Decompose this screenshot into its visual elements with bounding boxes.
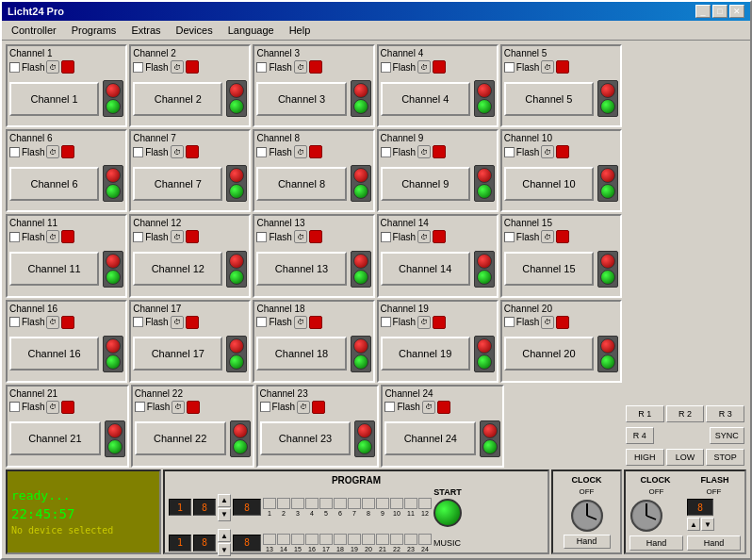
grid-btn-top-10[interactable] — [390, 498, 403, 509]
flash-check-4[interactable] — [381, 62, 391, 73]
maximize-button[interactable]: □ — [712, 5, 727, 18]
grid-btn-bottom-24[interactable] — [418, 534, 432, 545]
clock-icon-18[interactable]: ⏱ — [294, 316, 307, 329]
channel-button-7[interactable]: Channel 7 — [133, 167, 222, 201]
flash-checkbox-18[interactable]: Flash ⏱ — [256, 316, 370, 329]
flash-check-10[interactable] — [504, 147, 515, 157]
grid-btn-top-1[interactable] — [263, 498, 276, 509]
flash-check-21[interactable] — [9, 402, 20, 412]
grid-btn-top-11[interactable] — [404, 498, 417, 509]
grid-btn-top-4[interactable] — [305, 498, 319, 509]
prog-up-btn2[interactable]: ▲ — [218, 529, 231, 542]
hand-button-start[interactable]: Hand — [564, 535, 611, 549]
close-button[interactable]: ✕ — [729, 5, 744, 18]
grid-btn-top-8[interactable] — [362, 498, 375, 509]
channel-button-9[interactable]: Channel 9 — [381, 167, 470, 201]
flash-checkbox-10[interactable]: Flash ⏱ — [504, 145, 618, 158]
clock-icon-19[interactable]: ⏱ — [417, 316, 431, 329]
menu-extras[interactable]: Extras — [125, 23, 166, 38]
sync-button[interactable]: SYNC — [710, 427, 745, 444]
flash-check-18[interactable] — [256, 317, 267, 327]
flash-checkbox-3[interactable]: Flash ⏱ — [256, 60, 370, 74]
clock-icon-20[interactable]: ⏱ — [541, 316, 554, 329]
flash-check-3[interactable] — [256, 62, 267, 73]
stop-button[interactable]: STOP — [706, 449, 744, 466]
grid-btn-bottom-21[interactable] — [376, 534, 389, 545]
flash-checkbox-2[interactable]: Flash ⏱ — [133, 60, 247, 74]
channel-button-4[interactable]: Channel 4 — [381, 82, 470, 116]
grid-btn-bottom-19[interactable] — [348, 534, 361, 545]
clock-icon-11[interactable]: ⏱ — [46, 230, 59, 243]
channel-button-3[interactable]: Channel 3 — [256, 82, 346, 116]
grid-btn-top-6[interactable] — [334, 498, 347, 509]
flash-check-14[interactable] — [381, 232, 391, 242]
menu-help[interactable]: Help — [284, 23, 317, 38]
r2-button[interactable]: R 2 — [666, 405, 705, 422]
clock-icon-1[interactable]: ⏱ — [46, 60, 59, 74]
flash-check-6[interactable] — [9, 147, 20, 157]
clock-icon-6[interactable]: ⏱ — [46, 145, 59, 158]
menu-devices[interactable]: Devices — [171, 23, 219, 38]
flash-check-11[interactable] — [9, 232, 20, 242]
flash-checkbox-16[interactable]: Flash ⏱ — [9, 316, 123, 329]
flash-check-17[interactable] — [133, 317, 143, 327]
flash-check-13[interactable] — [256, 232, 267, 242]
flash-checkbox-22[interactable]: Flash ⏱ — [135, 401, 251, 414]
channel-button-12[interactable]: Channel 12 — [133, 252, 222, 286]
grid-btn-bottom-14[interactable] — [277, 534, 290, 545]
flash-check-24[interactable] — [384, 402, 395, 412]
flash-check-12[interactable] — [133, 232, 143, 242]
channel-button-16[interactable]: Channel 16 — [9, 337, 99, 371]
grid-btn-bottom-23[interactable] — [404, 534, 417, 545]
grid-btn-top-9[interactable] — [376, 498, 389, 509]
grid-btn-top-3[interactable] — [291, 498, 304, 509]
channel-button-5[interactable]: Channel 5 — [504, 82, 594, 116]
grid-btn-bottom-18[interactable] — [334, 534, 347, 545]
clock-icon-8[interactable]: ⏱ — [294, 145, 307, 158]
flash-check-5[interactable] — [504, 62, 515, 73]
channel-button-22[interactable]: Channel 22 — [135, 421, 226, 455]
channel-button-23[interactable]: Channel 23 — [260, 421, 351, 455]
flash-checkbox-1[interactable]: Flash ⏱ — [9, 60, 123, 74]
flash-checkbox-15[interactable]: Flash ⏱ — [504, 230, 618, 243]
grid-btn-bottom-15[interactable] — [291, 534, 304, 545]
flash-checkbox-11[interactable]: Flash ⏱ — [9, 230, 123, 243]
clock-icon-22[interactable]: ⏱ — [172, 401, 185, 414]
flash-check-2[interactable] — [133, 62, 143, 73]
flash-checkbox-4[interactable]: Flash ⏱ — [381, 60, 495, 74]
channel-button-8[interactable]: Channel 8 — [256, 167, 346, 201]
clock-icon-4[interactable]: ⏱ — [417, 60, 431, 74]
high-button[interactable]: HIGH — [626, 449, 664, 466]
grid-btn-top-5[interactable] — [319, 498, 333, 509]
flash-check-20[interactable] — [504, 317, 515, 327]
menu-language[interactable]: Language — [222, 23, 280, 38]
flash-check-22[interactable] — [135, 402, 145, 412]
channel-button-21[interactable]: Channel 21 — [9, 421, 101, 455]
flash-checkbox-9[interactable]: Flash ⏱ — [381, 145, 495, 158]
flash-check-1[interactable] — [9, 62, 20, 73]
grid-btn-bottom-13[interactable] — [263, 534, 276, 545]
flash-check-9[interactable] — [381, 147, 391, 157]
clock-icon-5[interactable]: ⏱ — [541, 60, 554, 74]
minimize-button[interactable]: _ — [695, 5, 711, 18]
clock-icon-14[interactable]: ⏱ — [417, 230, 431, 243]
flash-checkbox-12[interactable]: Flash ⏱ — [133, 230, 247, 243]
clock-icon-3[interactable]: ⏱ — [294, 60, 307, 74]
channel-button-18[interactable]: Channel 18 — [256, 337, 346, 371]
grid-btn-top-7[interactable] — [348, 498, 361, 509]
clock-icon-17[interactable]: ⏱ — [171, 316, 184, 329]
low-button[interactable]: LOW — [666, 449, 705, 466]
channel-button-2[interactable]: Channel 2 — [133, 82, 222, 116]
prog-up-btn[interactable]: ▲ — [218, 494, 231, 507]
flash-up[interactable]: ▲ — [687, 518, 700, 531]
grid-btn-top-2[interactable] — [277, 498, 290, 509]
channel-button-19[interactable]: Channel 19 — [381, 337, 470, 371]
menu-programs[interactable]: Programs — [66, 23, 123, 38]
channel-button-11[interactable]: Channel 11 — [9, 252, 99, 286]
clock-icon-24[interactable]: ⏱ — [422, 401, 435, 414]
grid-btn-bottom-22[interactable] — [390, 534, 403, 545]
flash-checkbox-5[interactable]: Flash ⏱ — [504, 60, 618, 74]
clock-icon-16[interactable]: ⏱ — [46, 316, 59, 329]
clock-icon-7[interactable]: ⏱ — [171, 145, 184, 158]
flash-check-15[interactable] — [504, 232, 515, 242]
